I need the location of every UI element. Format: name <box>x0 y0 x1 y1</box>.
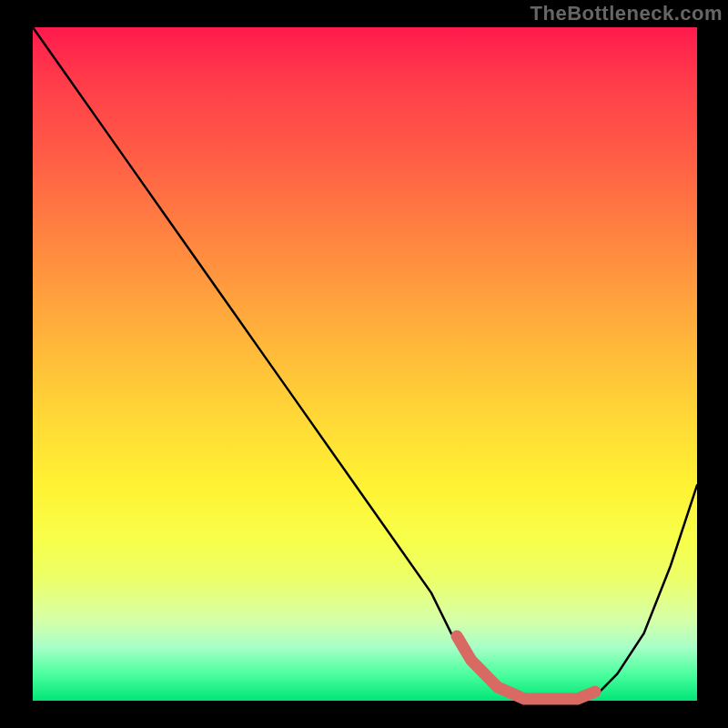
bottleneck-curve <box>33 27 697 701</box>
optimal-range-highlight <box>457 636 595 699</box>
plot-area <box>33 27 697 701</box>
watermark-text: TheBottleneck.com <box>531 2 723 25</box>
chart-frame: TheBottleneck.com <box>0 0 728 728</box>
curve-svg <box>33 27 697 701</box>
